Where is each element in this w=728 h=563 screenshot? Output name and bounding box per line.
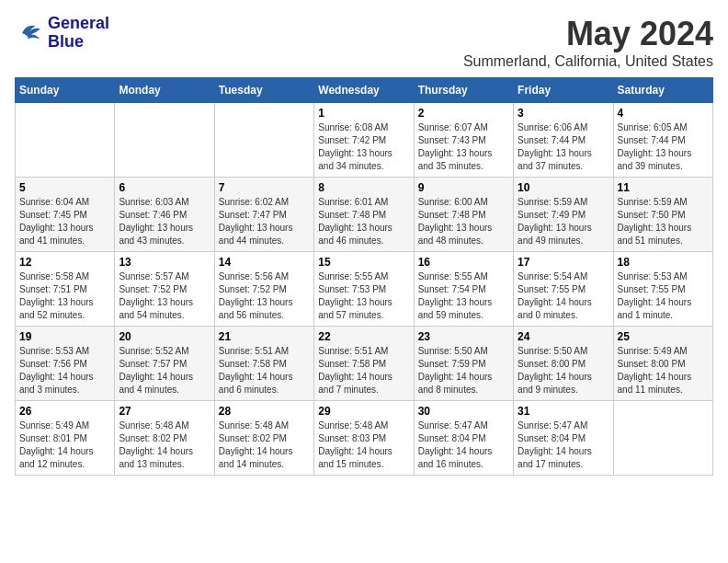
day-number: 15 xyxy=(318,256,409,269)
day-number: 13 xyxy=(119,256,210,269)
day-number: 21 xyxy=(219,330,310,343)
calendar-cell xyxy=(613,401,712,476)
week-row-1: 1Sunrise: 6:08 AM Sunset: 7:42 PM Daylig… xyxy=(16,103,713,178)
weekday-header-saturday: Saturday xyxy=(613,78,712,103)
logo-line2: Blue xyxy=(48,33,109,52)
day-info: Sunrise: 5:51 AM Sunset: 7:58 PM Dayligh… xyxy=(318,345,409,396)
day-info: Sunrise: 6:03 AM Sunset: 7:46 PM Dayligh… xyxy=(119,196,210,247)
calendar-cell: 17Sunrise: 5:54 AM Sunset: 7:55 PM Dayli… xyxy=(514,252,613,327)
calendar-cell: 13Sunrise: 5:57 AM Sunset: 7:52 PM Dayli… xyxy=(115,252,214,327)
calendar-cell: 7Sunrise: 6:02 AM Sunset: 7:47 PM Daylig… xyxy=(214,178,313,252)
calendar-cell: 16Sunrise: 5:55 AM Sunset: 7:54 PM Dayli… xyxy=(414,252,513,327)
calendar-cell: 15Sunrise: 5:55 AM Sunset: 7:53 PM Dayli… xyxy=(314,252,414,327)
day-number: 17 xyxy=(518,256,609,269)
day-info: Sunrise: 6:04 AM Sunset: 7:45 PM Dayligh… xyxy=(19,196,110,247)
day-number: 28 xyxy=(219,405,310,418)
day-info: Sunrise: 6:05 AM Sunset: 7:44 PM Dayligh… xyxy=(618,121,709,173)
weekday-header-monday: Monday xyxy=(115,78,214,103)
day-number: 7 xyxy=(219,181,310,194)
calendar-cell: 27Sunrise: 5:48 AM Sunset: 8:02 PM Dayli… xyxy=(115,401,214,476)
calendar-cell: 12Sunrise: 5:58 AM Sunset: 7:51 PM Dayli… xyxy=(16,252,115,327)
calendar-cell xyxy=(16,103,115,178)
day-info: Sunrise: 5:47 AM Sunset: 8:04 PM Dayligh… xyxy=(518,419,609,471)
day-info: Sunrise: 5:57 AM Sunset: 7:52 PM Dayligh… xyxy=(119,270,210,322)
weekday-header-wednesday: Wednesday xyxy=(314,78,414,103)
day-info: Sunrise: 6:01 AM Sunset: 7:48 PM Dayligh… xyxy=(318,196,409,247)
calendar-cell: 30Sunrise: 5:47 AM Sunset: 8:04 PM Dayli… xyxy=(414,401,513,476)
calendar-cell: 26Sunrise: 5:49 AM Sunset: 8:01 PM Dayli… xyxy=(16,401,115,476)
calendar-cell: 19Sunrise: 5:53 AM Sunset: 7:56 PM Dayli… xyxy=(16,327,115,401)
day-number: 18 xyxy=(618,256,709,269)
day-info: Sunrise: 5:52 AM Sunset: 7:57 PM Dayligh… xyxy=(119,345,210,396)
calendar-cell xyxy=(214,103,313,178)
day-number: 22 xyxy=(318,330,409,343)
calendar-cell: 23Sunrise: 5:50 AM Sunset: 7:59 PM Dayli… xyxy=(414,327,513,401)
day-info: Sunrise: 5:58 AM Sunset: 7:51 PM Dayligh… xyxy=(19,270,110,322)
week-row-5: 26Sunrise: 5:49 AM Sunset: 8:01 PM Dayli… xyxy=(16,401,713,476)
calendar-cell: 5Sunrise: 6:04 AM Sunset: 7:45 PM Daylig… xyxy=(16,178,115,252)
day-info: Sunrise: 5:55 AM Sunset: 7:53 PM Dayligh… xyxy=(318,270,409,322)
calendar-cell: 9Sunrise: 6:00 AM Sunset: 7:48 PM Daylig… xyxy=(414,178,513,252)
calendar-cell: 20Sunrise: 5:52 AM Sunset: 7:57 PM Dayli… xyxy=(115,327,214,401)
week-row-4: 19Sunrise: 5:53 AM Sunset: 7:56 PM Dayli… xyxy=(16,327,713,401)
weekday-header-tuesday: Tuesday xyxy=(214,78,313,103)
day-number: 1 xyxy=(318,107,409,120)
day-info: Sunrise: 5:48 AM Sunset: 8:02 PM Dayligh… xyxy=(219,419,310,471)
day-info: Sunrise: 6:02 AM Sunset: 7:47 PM Dayligh… xyxy=(219,196,310,247)
day-info: Sunrise: 5:54 AM Sunset: 7:55 PM Dayligh… xyxy=(518,270,609,322)
logo: General Blue xyxy=(15,15,109,52)
calendar-cell: 22Sunrise: 5:51 AM Sunset: 7:58 PM Dayli… xyxy=(314,327,414,401)
day-info: Sunrise: 5:48 AM Sunset: 8:02 PM Dayligh… xyxy=(119,419,210,471)
week-row-3: 12Sunrise: 5:58 AM Sunset: 7:51 PM Dayli… xyxy=(16,252,713,327)
calendar-cell xyxy=(115,103,214,178)
calendar-cell: 25Sunrise: 5:49 AM Sunset: 8:00 PM Dayli… xyxy=(613,327,712,401)
day-info: Sunrise: 5:56 AM Sunset: 7:52 PM Dayligh… xyxy=(219,270,310,322)
calendar-cell: 29Sunrise: 5:48 AM Sunset: 8:03 PM Dayli… xyxy=(314,401,414,476)
day-info: Sunrise: 5:50 AM Sunset: 7:59 PM Dayligh… xyxy=(418,345,509,396)
day-info: Sunrise: 6:08 AM Sunset: 7:42 PM Dayligh… xyxy=(318,121,409,173)
day-number: 31 xyxy=(518,405,609,418)
day-info: Sunrise: 5:53 AM Sunset: 7:55 PM Dayligh… xyxy=(618,270,709,322)
day-info: Sunrise: 5:55 AM Sunset: 7:54 PM Dayligh… xyxy=(418,270,509,322)
day-info: Sunrise: 5:59 AM Sunset: 7:49 PM Dayligh… xyxy=(518,196,609,247)
day-number: 27 xyxy=(119,405,210,418)
calendar-cell: 24Sunrise: 5:50 AM Sunset: 8:00 PM Dayli… xyxy=(514,327,613,401)
day-number: 14 xyxy=(219,256,310,269)
weekday-header-friday: Friday xyxy=(514,78,613,103)
day-number: 30 xyxy=(418,405,509,418)
calendar-cell: 31Sunrise: 5:47 AM Sunset: 8:04 PM Dayli… xyxy=(514,401,613,476)
calendar-table: SundayMondayTuesdayWednesdayThursdayFrid… xyxy=(15,77,713,476)
day-number: 8 xyxy=(318,181,409,194)
day-info: Sunrise: 6:07 AM Sunset: 7:43 PM Dayligh… xyxy=(418,121,509,173)
page-header: General Blue May 2024 Summerland, Califo… xyxy=(15,15,713,70)
day-number: 16 xyxy=(418,256,509,269)
day-info: Sunrise: 5:49 AM Sunset: 8:01 PM Dayligh… xyxy=(19,419,110,471)
calendar-cell: 11Sunrise: 5:59 AM Sunset: 7:50 PM Dayli… xyxy=(613,178,712,252)
weekday-header-sunday: Sunday xyxy=(16,78,115,103)
day-number: 6 xyxy=(119,181,210,194)
calendar-cell: 4Sunrise: 6:05 AM Sunset: 7:44 PM Daylig… xyxy=(613,103,712,178)
day-info: Sunrise: 5:48 AM Sunset: 8:03 PM Dayligh… xyxy=(318,419,409,471)
day-number: 20 xyxy=(119,330,210,343)
calendar-cell: 14Sunrise: 5:56 AM Sunset: 7:52 PM Dayli… xyxy=(214,252,313,327)
logo-icon xyxy=(15,18,44,48)
day-info: Sunrise: 5:59 AM Sunset: 7:50 PM Dayligh… xyxy=(618,196,709,247)
calendar-cell: 6Sunrise: 6:03 AM Sunset: 7:46 PM Daylig… xyxy=(115,178,214,252)
calendar-cell: 18Sunrise: 5:53 AM Sunset: 7:55 PM Dayli… xyxy=(613,252,712,327)
calendar-cell: 2Sunrise: 6:07 AM Sunset: 7:43 PM Daylig… xyxy=(414,103,513,178)
day-number: 29 xyxy=(318,405,409,418)
calendar-cell: 1Sunrise: 6:08 AM Sunset: 7:42 PM Daylig… xyxy=(314,103,414,178)
day-number: 10 xyxy=(518,181,609,194)
day-number: 5 xyxy=(19,181,110,194)
weekday-header-row: SundayMondayTuesdayWednesdayThursdayFrid… xyxy=(16,78,713,103)
day-info: Sunrise: 5:49 AM Sunset: 8:00 PM Dayligh… xyxy=(618,345,709,396)
day-number: 4 xyxy=(618,107,709,120)
day-number: 25 xyxy=(618,330,709,343)
week-row-2: 5Sunrise: 6:04 AM Sunset: 7:45 PM Daylig… xyxy=(16,178,713,252)
logo-line1: General xyxy=(48,15,109,33)
title-area: May 2024 Summerland, California, United … xyxy=(463,15,713,70)
day-number: 11 xyxy=(618,181,709,194)
calendar-cell: 3Sunrise: 6:06 AM Sunset: 7:44 PM Daylig… xyxy=(514,103,613,178)
day-number: 24 xyxy=(518,330,609,343)
logo-text: General Blue xyxy=(48,15,109,52)
